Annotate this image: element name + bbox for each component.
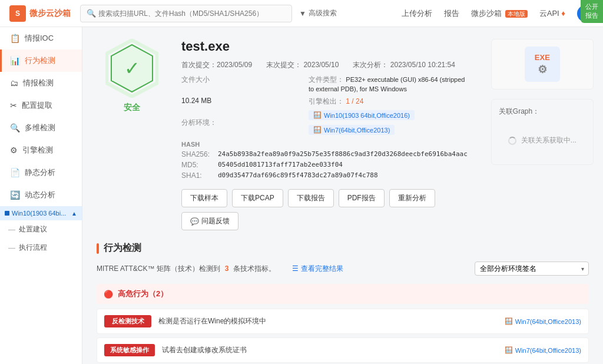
select-wrapper[interactable]: 全部分析环境签名 Win10(1903 64bit,Office2016) Wi…	[475, 262, 589, 276]
win-icon-anti: 🪟	[505, 317, 513, 325]
high-risk-header: 🔴 高危行为（2）	[97, 284, 589, 304]
sha256-row: SHA256: 24a5b8938a2fea89a0f9a25b75e35f88…	[181, 150, 468, 158]
sidebar-item-behavior[interactable]: 📊 行为检测	[0, 49, 82, 72]
file-name: test.exe	[181, 39, 468, 54]
search-bar[interactable]: 🔍	[80, 5, 292, 22]
file-meta-dates: 首次提交：2023/05/09 末次提交： 2023/05/10 末次分析： 2…	[181, 60, 468, 70]
api-icon: ♦	[561, 9, 565, 18]
related-graph: 关联Graph： 关联关系获取中...	[491, 99, 594, 165]
nav-upload[interactable]: 上传分析	[402, 8, 432, 19]
content-area: ✓ 安全 test.exe 首次提交：2023/05/09 末次提交： 2023…	[82, 27, 603, 364]
nav-sandbox[interactable]: 微步沙箱 本地版	[471, 8, 528, 19]
env-tag-0[interactable]: 🪟 Win10(1903 64bit,Office2016)	[309, 110, 415, 120]
section-header: 行为检测	[97, 242, 589, 254]
check-icon: ✓	[124, 57, 140, 80]
win-icon-sys: 🪟	[505, 346, 513, 354]
dynamic-icon: 🔄	[10, 190, 20, 200]
sidebar-label-engine: 引擎检测	[22, 145, 53, 155]
env-selector[interactable]: 全部分析环境签名 Win10(1903 64bit,Office2016) Wi…	[475, 262, 589, 276]
graph-loading: 关联关系获取中...	[499, 124, 586, 157]
hash-section: HASH SHA256: 24a5b8938a2fea89a0f9a25b75e…	[181, 141, 468, 180]
download-pcap-button[interactable]: 下载PCAP	[232, 189, 283, 207]
type-row: 文件类型： PE32+ executable (GUI) x86-64 (str…	[309, 75, 468, 93]
high-risk-group: 🔴 高危行为（2） 反检测技术 检测是否运行在Wine的模拟环境中 🪟 Win7…	[97, 284, 589, 363]
public-report-button[interactable]: 公开 报告	[581, 0, 603, 23]
safe-indicator: ✓ 安全	[97, 39, 167, 230]
tag-anti-detect: 反检测技术	[104, 315, 151, 327]
sidebar-sub-disposal[interactable]: — 处置建议	[0, 220, 82, 239]
behavior-detection-section: 行为检测 MITRE ATT&CK™ 矩阵（技术）检测到 3 条技术指标。 ☰ …	[97, 242, 589, 364]
win-env-expand-icon[interactable]: ▲	[71, 210, 77, 217]
win-env-badge[interactable]: Win10(1903 64bi... ▲	[0, 206, 82, 220]
safe-label: 安全	[124, 102, 140, 113]
desc-sys-op: 试着去创建或修改系统证书	[162, 345, 498, 355]
sidebar-label-config: 配置提取	[22, 100, 52, 111]
disposal-label: 处置建议	[19, 224, 47, 234]
file-meta-grid: 文件大小 文件类型： PE32+ executable (GUI) x86-64…	[181, 75, 468, 135]
sidebar-item-info-ioc[interactable]: 📋 情报IOC	[0, 27, 82, 49]
pdf-report-button[interactable]: PDF报告	[339, 189, 385, 207]
sidebar-item-multi-detect[interactable]: 🔍 多维检测	[0, 117, 82, 139]
win-icon-1: 🪟	[313, 126, 322, 134]
win-badge-dot	[5, 211, 9, 216]
static-icon: 📄	[10, 168, 20, 177]
filter-icon: ▼	[299, 9, 306, 18]
engine-icon: ⚙	[10, 145, 18, 155]
behavior-item-sys-op: 系统敏感操作 试着去创建或修改系统证书 🪟 Win7(64bit,Office2…	[97, 337, 589, 363]
env-tags: 🪟 Win10(1903 64bit,Office2016) 🪟 Win7(64…	[309, 110, 468, 135]
mitre-row: MITRE ATT&CK™ 矩阵（技术）检测到 3 条技术指标。 ☰ 查看完整结…	[97, 262, 589, 276]
right-panel: EXE ⚙ 关联Graph： 关联关系获取中...	[482, 39, 594, 230]
exec-flow-icon: —	[8, 244, 15, 252]
loading-spinner	[508, 137, 516, 145]
nav-cloudapi[interactable]: 云API ♦	[539, 8, 565, 19]
env-sys-op: 🪟 Win7(64bit,Office2013)	[505, 346, 581, 354]
behavior-icon: 📊	[10, 56, 20, 65]
first-submit: 首次提交：2023/05/09	[181, 60, 252, 70]
view-all-icon: ☰	[292, 264, 299, 273]
size-value: 10.24 MB	[181, 97, 299, 107]
multi-detect-icon: 🔍	[10, 123, 20, 133]
topnav-right: 上传分析 报告 微步沙箱 本地版 云API ♦ U	[402, 5, 594, 22]
tag-sys-op: 系统敏感操作	[104, 344, 155, 356]
sidebar-item-config-extract[interactable]: ✂ 配置提取	[0, 94, 82, 117]
action-buttons: 下载样本 下载PCAP 下载报告 PDF报告 重新分析 💬 问题反馈	[181, 189, 468, 230]
logo: S 微步云沙箱	[9, 5, 71, 22]
sidebar-item-dynamic[interactable]: 🔄 动态分析	[0, 184, 82, 206]
exe-icon: EXE ⚙	[525, 47, 560, 82]
md5-row: MD5: 05405dd1081713faff717ab2ee033f04	[181, 161, 468, 169]
hexagon: ✓	[105, 39, 158, 98]
sidebar-label-intel-detect: 情报检测	[23, 78, 54, 88]
sidebar-label-static: 静态分析	[25, 167, 55, 178]
env-tag-1[interactable]: 🪟 Win7(64bit,Office2013)	[309, 125, 395, 135]
download-report-button[interactable]: 下载报告	[288, 189, 334, 207]
sidebar-label-behavior: 行为检测	[25, 55, 55, 66]
view-all-link[interactable]: ☰ 查看完整结果	[292, 264, 343, 274]
file-details: test.exe 首次提交：2023/05/09 末次提交： 2023/05/1…	[181, 39, 468, 230]
section-title-text: 行为检测	[104, 243, 141, 253]
sidebar-item-engine-detect[interactable]: ⚙ 引擎检测	[0, 139, 82, 161]
search-input[interactable]	[98, 9, 286, 18]
sidebar-item-intel-detect[interactable]: 🗂 情报检测	[0, 72, 82, 94]
exec-flow-label: 执行流程	[19, 243, 47, 253]
main-layout: 📋 情报IOC 📊 行为检测 🗂 情报检测 ✂ 配置提取 🔍 多维检测 ⚙ 引擎…	[0, 27, 603, 364]
reanalyze-button[interactable]: 重新分析	[389, 189, 435, 207]
last-analysis: 末次分析： 2023/05/10 10:21:54	[353, 60, 455, 70]
download-sample-button[interactable]: 下载样本	[181, 189, 227, 207]
engine-row: 引擎检出： 1 / 24	[309, 97, 468, 107]
disposal-icon: —	[8, 226, 15, 234]
info-ioc-icon: 📋	[10, 34, 20, 43]
high-risk-icon: 🔴	[104, 290, 113, 299]
local-badge: 本地版	[505, 10, 528, 18]
advanced-search[interactable]: ▼ 高级搜索	[299, 8, 337, 18]
nav-report[interactable]: 报告	[444, 8, 459, 19]
analysis-env-row: 分析环境：	[181, 110, 299, 135]
win-icon-0: 🪟	[313, 111, 322, 119]
env-select[interactable]: 全部分析环境签名 Win10(1903 64bit,Office2016) Wi…	[475, 262, 589, 276]
feedback-button[interactable]: 💬 问题反馈	[181, 212, 238, 230]
intel-detect-icon: 🗂	[10, 78, 18, 88]
high-risk-label: 高危行为（2）	[118, 289, 168, 299]
file-info-section: ✓ 安全 test.exe 首次提交：2023/05/09 末次提交： 2023…	[97, 39, 589, 230]
exe-gear-icon: ⚙	[538, 63, 547, 76]
sidebar-item-static[interactable]: 📄 静态分析	[0, 161, 82, 184]
sidebar-sub-exec-flow[interactable]: — 执行流程	[0, 239, 82, 257]
